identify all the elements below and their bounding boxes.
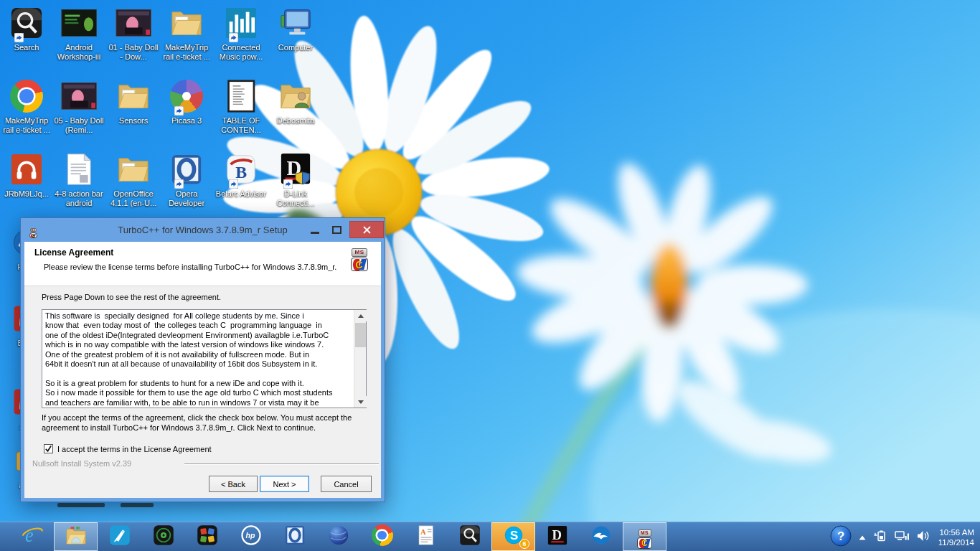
media-disc-app-icon: [153, 524, 174, 549]
hp-support-icon: hp: [240, 524, 262, 549]
taskbar-item-turbo-c[interactable]: MS C: [623, 522, 666, 551]
chrome-icon: [10, 77, 43, 115]
taskbar-item-search-app[interactable]: [448, 522, 491, 551]
docborder-icon: [227, 77, 255, 115]
clock-time: 10:56 AM: [938, 527, 974, 537]
accept-license-row: I accept the terms in the License Agreem…: [44, 444, 212, 453]
minimize-button[interactable]: [311, 232, 319, 234]
back-button[interactable]: < Back: [209, 476, 258, 492]
desktop-icon-label: Opera Developer: [160, 189, 213, 208]
taskbar-item-paint-rocket-app[interactable]: [98, 522, 141, 551]
speaker-icon[interactable]: [916, 530, 930, 545]
writer-document-app-icon: A: [415, 524, 437, 549]
license-textarea[interactable]: This software is specially designed for …: [42, 309, 367, 408]
folder-icon: [117, 77, 150, 115]
taskbar: e hp A S6: [0, 522, 980, 551]
docplain-icon: [65, 151, 93, 188]
scroll-up-button[interactable]: [354, 310, 367, 321]
taskbar-item-skype[interactable]: S6: [491, 522, 535, 551]
page-subtitle: Please review the license terms before i…: [44, 263, 336, 271]
desktop-icon-picasa-3[interactable]: Picasa 3: [160, 77, 213, 126]
svg-text:?: ?: [837, 529, 844, 543]
installer-branding: Nullsoft Install System v2.39: [32, 459, 131, 468]
show-hidden-icons-chevron[interactable]: [858, 531, 867, 544]
taskbar-item-hp-support[interactable]: hp: [229, 522, 273, 551]
desktop-icon-01-baby-doll-dow[interactable]: 01 - Baby Doll - Dow...: [107, 4, 160, 62]
close-icon: [363, 226, 371, 234]
desktop-icon-computer[interactable]: Computer: [269, 4, 322, 52]
network-icon[interactable]: [895, 530, 910, 545]
taskbar-item-globe-browser[interactable]: [316, 522, 360, 551]
page-title: License Agreement: [34, 248, 113, 258]
desktop-icon-d-link-connecti[interactable]: D D-Link Connecti...: [269, 151, 322, 208]
desktop-icon-label: Search: [14, 43, 39, 52]
next-button[interactable]: Next >: [260, 476, 309, 492]
clock-date: 11/9/2014: [938, 537, 974, 547]
svg-text:A: A: [420, 528, 425, 536]
desktop-icon-label: Connected Music pow...: [215, 43, 268, 62]
shortcut-arrow-icon: [174, 179, 184, 188]
desktop-icon-openoffice-4-1-1-en-u[interactable]: OpenOffice 4.1.1 (en-U...: [107, 151, 160, 208]
taskbar-item-opera[interactable]: [273, 522, 316, 551]
dialog-header: License Agreement Please review the lice…: [24, 242, 381, 286]
shortcut-arrow-icon: [229, 32, 238, 42]
scrollbar-thumb[interactable]: [355, 323, 366, 347]
help-icon[interactable]: ?: [830, 525, 852, 550]
desktop-icon-makemytrip-rail-e-ticket[interactable]: MakeMyTrip rail e-ticket ...: [160, 4, 213, 62]
desktop-icon-makemytrip-rail-e-ticket[interactable]: MakeMyTrip rail e-ticket ...: [0, 77, 53, 135]
desktop-icon-connected-music-pow[interactable]: Connected Music pow...: [215, 4, 268, 62]
dlink-icon: D: [279, 151, 312, 188]
taskbar-item-internet-explorer[interactable]: e: [10, 522, 54, 551]
desktop-icon-search[interactable]: Search: [0, 4, 53, 52]
taskbar-item-chrome[interactable]: [360, 522, 404, 551]
desktop-icon-label: 05 - Baby Doll (Remi...: [52, 116, 105, 135]
maximize-button[interactable]: [332, 226, 341, 234]
folderuser-icon: [279, 77, 312, 115]
scrollbar[interactable]: [354, 310, 366, 408]
d-link-icon: D: [547, 524, 568, 549]
desktop-icon-opera-developer[interactable]: Opera Developer: [160, 151, 213, 208]
shortcut-arrow-icon: [229, 179, 238, 188]
openoffice-icon: [590, 524, 612, 549]
picasa-icon: [170, 77, 203, 115]
taskbar-item-puzzle-pictures-app[interactable]: [185, 522, 229, 551]
shortcut-arrow-icon: [174, 105, 184, 115]
svg-text:hp: hp: [245, 531, 255, 540]
turboc-logo-icon: MS C: [347, 247, 372, 271]
search-app-icon: [459, 524, 481, 549]
taskbar-item-d-link[interactable]: D: [535, 522, 579, 551]
accept-license-label[interactable]: I accept the terms in the License Agreem…: [57, 445, 212, 453]
desktop-icon-05-baby-doll-remi[interactable]: 05 - Baby Doll (Remi...: [52, 77, 105, 135]
accept-license-checkbox[interactable]: [44, 444, 53, 453]
belarc-icon: B: [225, 151, 258, 188]
scroll-down-button[interactable]: [354, 396, 367, 408]
taskbar-item-media-disc-app[interactable]: [141, 522, 185, 551]
window-titlebar[interactable]: MS C TurboC++ for Windows 3.7.8.9m_r Set…: [21, 218, 385, 242]
taskbar-clock[interactable]: 10:56 AM 11/9/2014: [938, 527, 974, 547]
desktop-icon-label: D-Link Connecti...: [269, 189, 322, 208]
globe-browser-icon: [328, 524, 349, 549]
headphones-icon: [10, 151, 43, 188]
desktop-icon-table-of-conten[interactable]: TABLE OF CONTEN...: [215, 77, 268, 135]
system-tray: ?: [830, 522, 974, 551]
window-title: TurboC++ for Windows 3.7.8.9m_r Setup: [21, 225, 385, 235]
desktop-icon-belarc-advisor[interactable]: B Belarc Advisor: [215, 151, 268, 199]
turboc-mini-icon: MS C: [28, 224, 39, 238]
taskbar-items: e hp A S6: [10, 522, 666, 551]
puzzle-pictures-app-icon: [197, 524, 218, 549]
taskbar-item-writer-document-app[interactable]: A: [404, 522, 448, 551]
internet-explorer-icon: e: [22, 524, 43, 549]
close-button[interactable]: [349, 221, 384, 238]
desktop-icon-label: MakeMyTrip rail e-ticket ...: [0, 116, 53, 135]
desktop-icon-jrbm9ljq[interactable]: JRbM9LJq...: [0, 151, 53, 199]
accept-note-line2: agreement to install TurboC++ for Window…: [42, 423, 316, 432]
desktop-icon-label: Debosmita: [277, 116, 315, 126]
desktop-icon-android-workshop-iii[interactable]: Android Workshop-iii: [52, 4, 105, 62]
taskbar-item-file-explorer[interactable]: [54, 522, 98, 551]
power-battery-icon[interactable]: [873, 529, 888, 545]
taskbar-item-openoffice[interactable]: [579, 522, 623, 551]
cancel-button[interactable]: Cancel: [321, 476, 372, 492]
desktop-icon-debosmita[interactable]: Debosmita: [269, 77, 322, 126]
desktop-icon-sensors[interactable]: Sensors: [107, 77, 160, 126]
desktop-icon-4-8-action-bar-android[interactable]: 4-8 action bar android: [52, 151, 105, 208]
